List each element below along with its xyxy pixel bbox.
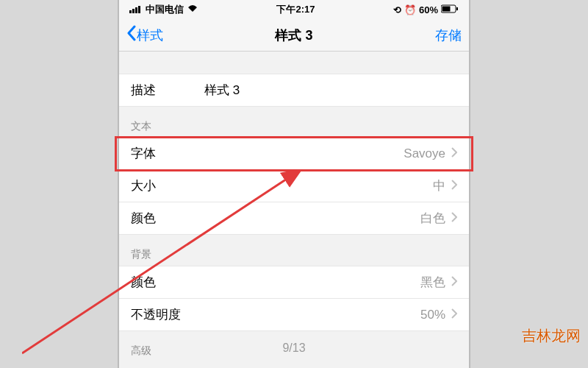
description-value: 样式 3 [204, 82, 457, 99]
content-area: 描述 样式 3 文本 字体 Savoye 大小 中 颜色 白色 背景 [119, 52, 469, 362]
back-button[interactable]: 样式 [126, 25, 163, 45]
svg-rect-5 [442, 6, 451, 11]
description-label: 描述 [131, 82, 204, 99]
battery-icon [441, 4, 459, 15]
svg-rect-6 [456, 7, 458, 10]
chevron-left-icon [126, 25, 137, 45]
chevron-right-icon [451, 275, 457, 290]
font-row[interactable]: 字体 Savoye [119, 138, 469, 170]
nav-bar: 样式 样式 3 存储 [119, 19, 469, 52]
svg-rect-3 [138, 6, 140, 13]
opacity-row[interactable]: 不透明度 50% [119, 299, 469, 331]
rotation-lock-icon: ⟲ [393, 4, 401, 15]
svg-rect-2 [135, 7, 137, 13]
bg-color-label: 颜色 [131, 274, 204, 291]
bg-color-row[interactable]: 颜色 黑色 [119, 266, 469, 299]
svg-rect-1 [132, 9, 135, 13]
carrier-label: 中国电信 [146, 3, 184, 16]
clock-label: 下午2:17 [276, 3, 315, 16]
battery-label: 60% [419, 4, 438, 15]
text-color-value: 白色 [204, 210, 445, 227]
opacity-value: 50% [234, 308, 445, 322]
section-background: 背景 [119, 235, 469, 266]
text-color-row[interactable]: 颜色 白色 [119, 202, 469, 235]
wifi-icon [187, 4, 198, 15]
font-label: 字体 [131, 145, 204, 162]
alarm-icon: ⏰ [404, 4, 416, 15]
size-value: 中 [204, 177, 445, 194]
chevron-right-icon [451, 179, 457, 194]
bg-color-value: 黑色 [204, 274, 445, 291]
back-label: 样式 [137, 26, 163, 44]
description-row[interactable]: 描述 样式 3 [119, 74, 469, 107]
signal-icon [129, 4, 143, 15]
status-bar: 中国电信 下午2:17 ⟲ ⏰ 60% [119, 0, 469, 19]
font-value: Savoye [204, 146, 445, 161]
page-title: 样式 3 [275, 26, 312, 44]
size-row[interactable]: 大小 中 [119, 170, 469, 202]
opacity-label: 不透明度 [131, 306, 234, 323]
save-button[interactable]: 存储 [435, 26, 462, 44]
chevron-right-icon [451, 308, 457, 322]
page-indicator: 9/13 [282, 342, 305, 355]
svg-rect-0 [129, 10, 132, 13]
chevron-right-icon [451, 146, 457, 161]
size-label: 大小 [131, 177, 204, 194]
watermark: 吉林龙网 [522, 326, 581, 346]
section-text: 文本 [119, 107, 469, 138]
phone-screen: 中国电信 下午2:17 ⟲ ⏰ 60% 样式 样式 3 存储 描述 样式 3 [118, 0, 470, 368]
chevron-right-icon [451, 211, 457, 226]
text-color-label: 颜色 [131, 210, 204, 227]
